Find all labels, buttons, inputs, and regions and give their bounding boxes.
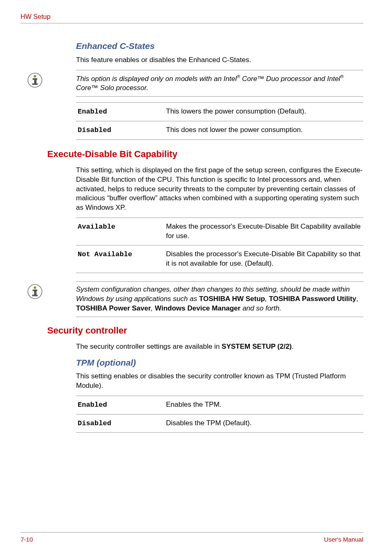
- callout-bold: TOSHIBA HW Setup: [199, 295, 265, 303]
- registered-mark: ®: [340, 74, 344, 79]
- body-text: This feature enables or disables the Enh…: [76, 56, 363, 65]
- info-icon: [21, 281, 49, 299]
- callout-text: System configuration changes, other than…: [76, 281, 363, 317]
- definition-table: Enabled This lowers the power consumptio…: [76, 102, 363, 140]
- callout-part: ,: [151, 304, 154, 312]
- callout-bold: TOSHIBA Power Saver: [76, 304, 151, 312]
- heading-security-controller: Security controller: [47, 324, 363, 337]
- table-cell-key: Not Available: [76, 246, 164, 273]
- body-text: The security controller settings are ava…: [76, 342, 363, 352]
- table-cell-key: Disabled: [76, 414, 164, 433]
- subheading-tpm: TPM (optional): [76, 357, 363, 368]
- text-span: The security controller settings are ava…: [76, 343, 221, 350]
- callout-part: Core™ Solo processor.: [76, 84, 148, 92]
- callout-text: This option is displayed only on models …: [76, 70, 363, 97]
- body-text: This setting, which is displayed on the …: [76, 166, 363, 213]
- svg-rect-4: [32, 83, 37, 85]
- table-cell-key: Enabled: [76, 103, 164, 121]
- table-cell-value: This lowers the power consumption (Defau…: [164, 103, 363, 121]
- text-span: .: [292, 343, 294, 350]
- table-cell-value: Makes the processor's Execute-Disable Bi…: [164, 218, 363, 246]
- callout-part: Core™ Duo processor and Intel: [240, 74, 340, 82]
- svg-rect-3: [34, 78, 37, 84]
- svg-rect-9: [32, 295, 37, 297]
- page-number: 7-10: [21, 535, 33, 544]
- definition-table: Available Makes the processor's Execute-…: [76, 218, 363, 273]
- callout-part: ,: [356, 295, 358, 303]
- running-header: HW Setup: [21, 12, 363, 21]
- page-footer: 7-10 User's Manual: [21, 532, 363, 544]
- callout-bold: Windows Device Manager: [155, 304, 241, 312]
- table-row: Not Available Disables the processor's E…: [76, 246, 363, 273]
- text-bold: SYSTEM SETUP (2/2): [221, 343, 292, 350]
- definition-table: Enabled Enables the TPM. Disabled Disabl…: [76, 396, 363, 433]
- svg-rect-8: [34, 290, 37, 295]
- info-icon: [21, 70, 49, 88]
- table-cell-key: Available: [76, 218, 164, 246]
- footer-divider: [21, 532, 363, 533]
- table-cell-value: Disables the processor's Execute-Disable…: [164, 246, 363, 273]
- table-cell-value: Disables the TPM (Default).: [164, 414, 363, 433]
- table-row: Disabled This does not lower the power c…: [76, 121, 363, 140]
- heading-execute-disable: Execute-Disable Bit Capability: [47, 148, 363, 161]
- table-cell-value: Enables the TPM.: [164, 396, 363, 414]
- svg-point-6: [34, 287, 36, 289]
- table-cell-key: Disabled: [76, 121, 164, 140]
- manual-title: User's Manual: [324, 535, 363, 544]
- table-cell-key: Enabled: [76, 396, 164, 414]
- table-row: Enabled Enables the TPM.: [76, 396, 363, 414]
- body-text: This setting enables or disables the sec…: [76, 372, 363, 391]
- callout-part: ,: [265, 295, 269, 303]
- table-row: Disabled Disables the TPM (Default).: [76, 414, 363, 433]
- header-divider: [21, 23, 363, 23]
- callout-part: and so forth.: [240, 304, 281, 312]
- info-callout: System configuration changes, other than…: [21, 281, 363, 317]
- subheading-enhanced-c-states: Enhanced C-States: [76, 40, 363, 52]
- callout-bold: TOSHIBA Password Utility: [269, 295, 356, 303]
- svg-point-1: [34, 75, 36, 77]
- table-row: Enabled This lowers the power consumptio…: [76, 103, 363, 121]
- table-row: Available Makes the processor's Execute-…: [76, 218, 363, 246]
- info-callout: This option is displayed only on models …: [21, 70, 363, 97]
- callout-part: This option is displayed only on models …: [76, 74, 237, 82]
- table-cell-value: This does not lower the power consumptio…: [164, 121, 363, 140]
